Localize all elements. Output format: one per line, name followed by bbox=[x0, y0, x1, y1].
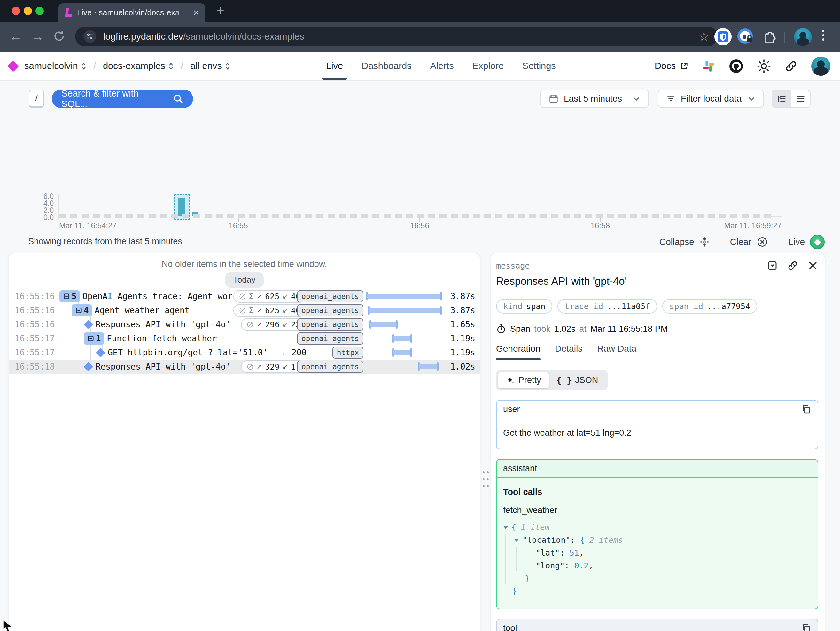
back-button[interactable]: ← bbox=[9, 29, 22, 44]
collapse-count-badge[interactable]: 4 bbox=[72, 304, 92, 317]
duration-text: 3.87s bbox=[446, 306, 475, 315]
breadcrumb-env[interactable]: all envs bbox=[190, 61, 230, 71]
trace-row-selected[interactable]: 16:55:18 Responses API with 'gpt-4o' ↗32… bbox=[9, 360, 480, 374]
forward-button[interactable]: → bbox=[31, 29, 44, 44]
scope-tag[interactable]: openai_agents bbox=[297, 319, 363, 331]
duration-bar bbox=[367, 360, 441, 373]
site-info-icon[interactable] bbox=[84, 30, 96, 43]
scope-tag[interactable]: httpx bbox=[332, 347, 363, 359]
slack-icon[interactable] bbox=[702, 60, 715, 73]
browser-tabstrip: Live · samuelcolvin/docs-exa × + bbox=[0, 0, 840, 22]
minimize-window-button[interactable] bbox=[24, 7, 32, 15]
today-pill[interactable]: Today bbox=[225, 272, 264, 288]
trace-row[interactable]: 16:55:16 5 OpenAI Agents trace: Agent wo… bbox=[9, 289, 480, 303]
trace-row[interactable]: 16:55:17 1 Function fetch_weather openai… bbox=[9, 331, 480, 345]
browser-tab[interactable]: Live · samuelcolvin/docs-exa × bbox=[58, 3, 205, 22]
tab-title: Live · samuelcolvin/docs-exa bbox=[77, 8, 191, 17]
x-tick-label: Mar 11. 16:59:27 bbox=[724, 221, 782, 230]
bitwarden-extension-icon[interactable] bbox=[714, 28, 732, 46]
save-archive-icon[interactable] bbox=[766, 260, 778, 271]
histogram-plot[interactable] bbox=[59, 196, 782, 216]
tab-alerts[interactable]: Alerts bbox=[430, 61, 454, 71]
expand-chevron-icon[interactable] bbox=[514, 539, 519, 542]
extensions-puzzle-icon[interactable] bbox=[761, 29, 777, 44]
scope-tag[interactable]: openai_agents bbox=[297, 361, 363, 373]
tree-view-button[interactable] bbox=[772, 90, 791, 107]
time-range-dropdown[interactable]: Last 5 minutes bbox=[540, 90, 649, 108]
github-icon[interactable] bbox=[729, 59, 744, 74]
browser-menu-icon[interactable] bbox=[822, 28, 824, 43]
tab-live[interactable]: Live bbox=[326, 61, 343, 71]
list-view-button[interactable] bbox=[791, 90, 810, 107]
role-label: tool bbox=[503, 623, 517, 631]
main-nav: Live Dashboards Alerts Explore Settings bbox=[326, 52, 556, 80]
close-window-button[interactable] bbox=[12, 7, 20, 15]
x-tick-label: 16:56 bbox=[410, 221, 429, 230]
list-view-icon bbox=[796, 94, 805, 104]
live-button[interactable]: Live bbox=[788, 235, 825, 249]
tab-generation[interactable]: Generation bbox=[496, 344, 540, 354]
tool-calls-heading: Tool calls bbox=[503, 487, 811, 497]
baseline bbox=[59, 214, 774, 218]
logfire-logo-icon[interactable] bbox=[7, 60, 19, 72]
reload-button[interactable] bbox=[53, 30, 65, 42]
maximize-window-button[interactable] bbox=[35, 7, 44, 15]
live-indicator-icon bbox=[810, 235, 825, 249]
collapse-count-badge[interactable]: 5 bbox=[60, 290, 80, 302]
assistant-toolcall-card: assistant Tool calls fetch_weather {1 it… bbox=[496, 459, 818, 609]
close-icon[interactable] bbox=[807, 260, 818, 271]
theme-toggle-sun-icon[interactable] bbox=[757, 59, 771, 73]
collapse-button[interactable]: Collapse bbox=[659, 237, 710, 247]
breadcrumb-separator: / bbox=[93, 61, 96, 72]
tab-explore[interactable]: Explore bbox=[472, 61, 504, 71]
user-message-card: user Get the weather at lat=51 lng=0.2 bbox=[496, 400, 818, 450]
baseline-end bbox=[767, 216, 782, 217]
share-link-icon[interactable] bbox=[785, 60, 798, 73]
tab-raw-data[interactable]: Raw Data bbox=[597, 344, 636, 354]
tool-name: fetch_weather bbox=[503, 505, 811, 515]
copy-link-icon[interactable] bbox=[787, 260, 799, 271]
sparkle-icon bbox=[506, 375, 515, 385]
tab-settings[interactable]: Settings bbox=[522, 61, 556, 71]
copy-icon[interactable] bbox=[801, 623, 811, 631]
collapse-count-badge[interactable]: 1 bbox=[84, 333, 104, 345]
search-button[interactable]: Search & filter with SQL... bbox=[52, 90, 193, 108]
panel-resize-handle[interactable] bbox=[482, 470, 489, 488]
expand-chevron-icon[interactable] bbox=[503, 526, 508, 529]
breadcrumb: samuelcolvin / docs-examples / all envs bbox=[9, 52, 230, 80]
privacy-extension-icon[interactable] bbox=[737, 28, 754, 46]
pretty-toggle-button[interactable]: Pretty bbox=[498, 372, 549, 388]
scope-tag[interactable]: openai_agents bbox=[297, 333, 363, 345]
scope-tag[interactable]: openai_agents bbox=[297, 290, 363, 302]
span-id-pill[interactable]: span_id...a77954 bbox=[662, 299, 757, 314]
trace-row[interactable]: 16:55:16 Responses API with 'gpt-4o' ↗29… bbox=[9, 317, 480, 331]
span-name: Responses API with 'gpt-4o' bbox=[96, 320, 241, 329]
clear-button[interactable]: Clear bbox=[730, 236, 768, 248]
message-text: Get the weather at lat=51 lng=0.2 bbox=[497, 418, 818, 449]
copy-icon[interactable] bbox=[801, 404, 811, 414]
span-detail-panel: message Responses API w bbox=[491, 253, 825, 631]
breadcrumb-org[interactable]: samuelcolvin bbox=[24, 61, 86, 71]
new-tab-button[interactable]: + bbox=[216, 3, 224, 19]
duration-text: 1.19s bbox=[446, 348, 475, 357]
scope-tag[interactable]: openai_agents bbox=[297, 304, 363, 317]
kind-pill: kindspan bbox=[496, 299, 552, 314]
breadcrumb-project[interactable]: docs-examples bbox=[103, 61, 174, 71]
response-arrow: → bbox=[278, 348, 286, 358]
mouse-cursor bbox=[2, 620, 15, 631]
address-bar[interactable]: logfire.pydantic.dev/samuelcolvin/docs-e… bbox=[75, 27, 718, 46]
tab-dashboards[interactable]: Dashboards bbox=[362, 61, 411, 71]
token-usage-badge: Σ ↗625 ↙40 bbox=[233, 290, 306, 303]
trace-row[interactable]: 16:55:16 4 Agent weather agent Σ ↗625 ↙4… bbox=[9, 303, 480, 317]
trace-id-pill[interactable]: trace_id...11a05f bbox=[557, 299, 657, 314]
user-avatar[interactable] bbox=[811, 57, 831, 76]
trace-row[interactable]: 16:55:17 GET httpbin.org/get ? lat='51.0… bbox=[9, 345, 480, 360]
tab-details[interactable]: Details bbox=[555, 344, 583, 354]
tab-close-icon[interactable]: × bbox=[193, 7, 199, 17]
histogram-bar[interactable] bbox=[178, 198, 185, 216]
docs-link[interactable]: Docs bbox=[655, 61, 688, 71]
local-filter-dropdown[interactable]: Filter local data bbox=[658, 90, 764, 108]
bookmark-star-icon[interactable]: ☆ bbox=[698, 29, 709, 44]
browser-profile-avatar[interactable] bbox=[794, 28, 812, 46]
json-toggle-button[interactable]: { } JSON bbox=[549, 372, 606, 388]
